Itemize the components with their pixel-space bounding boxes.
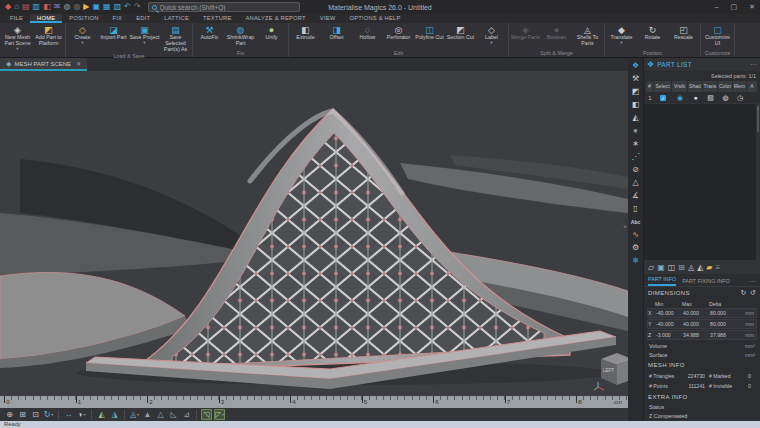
menu-tab-view[interactable]: VIEW xyxy=(313,14,343,23)
new-scene-icon[interactable]: ▤ xyxy=(22,0,30,14)
save-as-icon[interactable]: ▦ xyxy=(103,0,111,14)
zoom-window-icon[interactable]: ⊞ xyxy=(17,409,28,420)
maximize-button[interactable]: ▢ xyxy=(731,3,738,11)
quality-cube-icon[interactable]: ◧ xyxy=(632,99,640,111)
open-project-icon[interactable]: ◧ xyxy=(43,0,51,14)
rescale-button[interactable]: ◰Rescale xyxy=(668,24,699,41)
sphere-tool-icon[interactable]: ● xyxy=(633,125,638,137)
minimize-button[interactable]: – xyxy=(715,3,719,11)
search-input[interactable] xyxy=(160,4,296,11)
shading-icon[interactable]: ● xyxy=(688,92,703,104)
list-info-icon[interactable]: ≡ xyxy=(715,263,720,272)
globe-icon[interactable]: ◍ xyxy=(63,0,70,14)
globe-alt-icon[interactable]: ◎ xyxy=(73,0,80,14)
home-shortcut-icon[interactable]: ⌂ xyxy=(14,0,19,14)
export-icon[interactable]: ▶ xyxy=(83,0,89,14)
menu-tab-analyze-report[interactable]: ANALYZE & REPORT xyxy=(238,14,312,23)
unify-button[interactable]: ●Unify xyxy=(256,24,287,41)
update-dimensions-icon[interactable]: ↻ xyxy=(740,287,746,299)
select-checkbox[interactable]: ✓ xyxy=(654,92,672,104)
zoom-icon[interactable]: ⊕ xyxy=(4,409,15,420)
autofix-button[interactable]: ⚒AutoFix xyxy=(194,24,225,41)
render-mode-icon[interactable]: ◑▾ xyxy=(76,409,87,420)
save-info-icon[interactable]: ▣ xyxy=(657,263,665,272)
right-view-icon[interactable]: ⊿ xyxy=(181,409,192,420)
table-row[interactable]: 1✓◉●▧◍◷ xyxy=(646,92,758,104)
polyline-cut-button[interactable]: ◫Polyline Cut xyxy=(414,24,445,41)
merge-info-icon[interactable]: ◬ xyxy=(688,263,694,272)
section-cut-button[interactable]: ◩Section Cut xyxy=(445,24,476,41)
transparency-icon[interactable]: ▧ xyxy=(703,92,718,104)
collapse-panel-handle[interactable]: » xyxy=(622,218,628,234)
column-select[interactable]: Select xyxy=(654,81,672,92)
menu-tab-texture[interactable]: TEXTURE xyxy=(196,14,238,23)
pan-view-icon[interactable]: ↔ xyxy=(63,409,74,420)
column-color[interactable]: Color xyxy=(718,81,733,92)
menu-tab-file[interactable]: FILE xyxy=(3,14,30,23)
copy-info-icon[interactable]: ◫ xyxy=(668,263,676,272)
checkbox-checked-icon[interactable]: ✓ xyxy=(660,95,666,101)
wireframe-view-icon[interactable]: ◮ xyxy=(109,409,120,420)
extrude-button[interactable]: ◧Extrude xyxy=(290,24,321,41)
close-tab-icon[interactable]: ✕ xyxy=(76,60,81,67)
circle-cut-icon[interactable]: ⊘ xyxy=(632,164,639,176)
shells-info-icon[interactable]: ◭ xyxy=(697,263,703,272)
feedback-icon[interactable]: ✉ xyxy=(54,0,61,14)
new-mesh-part-scene-button[interactable]: ◈New Mesh Part Scene▾ xyxy=(2,24,33,51)
section-view-icon[interactable]: ◸▾ xyxy=(214,409,225,420)
annotate-abc-icon[interactable]: Abc xyxy=(631,216,640,228)
snowflake-icon[interactable]: ❄ xyxy=(632,255,639,267)
back-view-icon[interactable]: △ xyxy=(155,409,166,420)
column-[interactable]: # xyxy=(646,81,654,92)
curve-tool-icon[interactable]: ∿ xyxy=(632,229,639,241)
support-tool-icon[interactable]: ∗ xyxy=(632,138,639,150)
fix-wizard-icon[interactable]: ⚒ xyxy=(632,73,639,85)
create-button[interactable]: ◇Create▾ xyxy=(67,24,98,45)
menu-tab-options-help[interactable]: OPTIONS & HELP xyxy=(342,14,407,23)
zoom-fit-icon[interactable]: ⊡ xyxy=(30,409,41,420)
folder-info-icon[interactable]: ▰ xyxy=(706,263,712,272)
tab-part-info[interactable]: PART INFO xyxy=(648,276,676,286)
import-part-button[interactable]: ◪Import Part xyxy=(98,24,129,41)
menu-tab-fix[interactable]: FIX xyxy=(106,14,130,23)
part-list-tool-icon[interactable]: ❖ xyxy=(632,60,639,72)
measure-angle-icon[interactable]: ∡ xyxy=(632,190,639,202)
hollow-button[interactable]: ◌Hollow xyxy=(352,24,383,41)
duplicate-info-icon[interactable]: ⊞ xyxy=(678,263,685,272)
label-button[interactable]: ◇Label▾ xyxy=(476,24,507,45)
part-list-menu-button[interactable]: ⋯ xyxy=(750,61,757,69)
column-a[interactable]: A xyxy=(747,81,758,92)
gear-icon[interactable]: ⚙ xyxy=(632,242,639,254)
shells-to-parts-button[interactable]: ◬Shells To Parts xyxy=(572,24,603,47)
front-view-icon[interactable]: ▲ xyxy=(142,409,153,420)
redo-icon[interactable]: ↷ xyxy=(134,0,141,14)
save-selected-parts-as-button[interactable]: ▤Save Selected Part(s) As xyxy=(160,24,191,52)
tab-part-fixing-info[interactable]: PART FIXING INFO xyxy=(682,278,730,286)
update-all-dimensions-icon[interactable]: ↺ xyxy=(750,287,756,299)
column-visib[interactable]: Visib xyxy=(672,81,688,92)
info-tabs-menu-button[interactable]: ⋯ xyxy=(749,278,756,286)
save-project-button[interactable]: ▣Save Project▾ xyxy=(129,24,160,45)
menu-tab-home[interactable]: HOME xyxy=(30,14,62,23)
new-info-icon[interactable]: ▱ xyxy=(648,263,654,272)
menu-tab-lattice[interactable]: LATTICE xyxy=(157,14,196,23)
offset-button[interactable]: ◨Offset xyxy=(321,24,352,41)
left-view-icon[interactable]: ◺ xyxy=(168,409,179,420)
translate-button[interactable]: ◆Translate▾ xyxy=(606,24,637,45)
customize-ui-button[interactable]: ▢Customize UI xyxy=(702,24,733,47)
column-mem[interactable]: Mem xyxy=(733,81,747,92)
part-list-scrollbar[interactable] xyxy=(756,104,760,260)
menu-tab-position[interactable]: POSITION xyxy=(62,14,105,23)
save-icon[interactable]: ▣ xyxy=(93,0,101,14)
triangle-select-icon[interactable]: △ xyxy=(632,177,638,189)
column-shad[interactable]: Shad xyxy=(688,81,703,92)
report-doc-icon[interactable]: ▯ xyxy=(633,203,637,215)
triangle-tool-icon[interactable]: ◭ xyxy=(632,112,638,124)
save-all-icon[interactable]: ▧ xyxy=(114,0,122,14)
shrinkwrap-part-button[interactable]: ◍ShrinkWrap Part xyxy=(225,24,256,47)
visibility-icon[interactable]: ◉ xyxy=(672,92,688,104)
color-icon[interactable]: ◍ xyxy=(718,92,733,104)
close-button[interactable]: ✕ xyxy=(749,3,755,11)
app-logo-icon[interactable]: ◆ xyxy=(5,0,11,14)
undo-icon[interactable]: ↶ xyxy=(124,0,131,14)
